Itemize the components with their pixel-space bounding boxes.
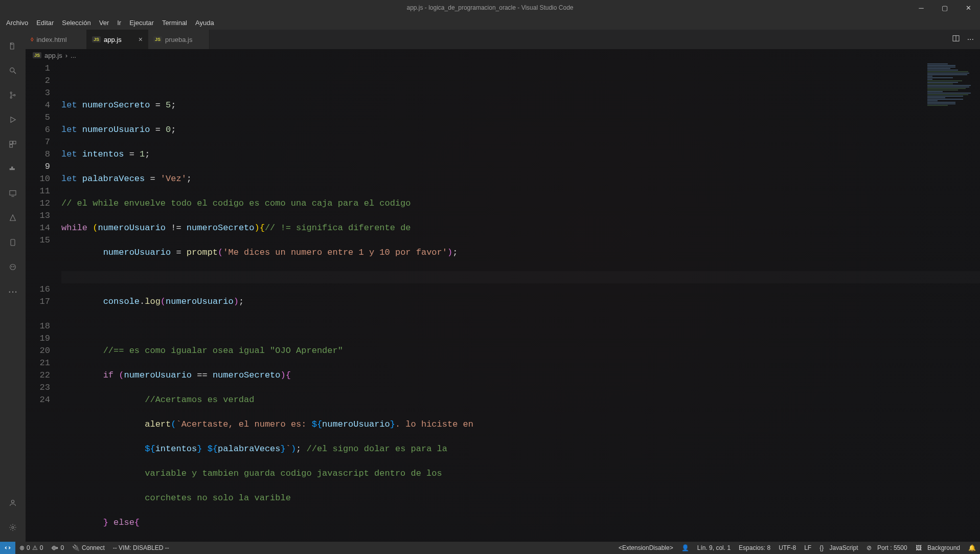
indentation[interactable]: Espacios: 8	[735, 542, 774, 554]
settings-icon[interactable]	[1, 515, 25, 540]
line-gutter: 1 2 3 4 5 6 7 8 9 10 11 12 13 14 15 16 1…	[26, 61, 61, 542]
encoding[interactable]: UTF-8	[774, 542, 800, 554]
more-actions-icon[interactable]: ···	[967, 35, 974, 44]
svg-rect-5	[10, 141, 12, 144]
menu-ir[interactable]: Ir	[113, 17, 125, 29]
notifications-icon[interactable]: 🔔	[964, 542, 980, 554]
tabs-container: ◊ index.html JS app.js × JS prueba.js ··…	[26, 30, 980, 49]
more-icon[interactable]: ···	[1, 279, 25, 304]
bookmark-icon[interactable]	[1, 230, 25, 255]
activity-bar: ···	[0, 30, 26, 542]
tab-label: app.js	[104, 36, 122, 43]
svg-point-3	[10, 97, 12, 98]
ports-button[interactable]: ⟴0	[47, 542, 68, 554]
tab-index-html[interactable]: ◊ index.html	[26, 30, 87, 49]
tab-label: prueba.js	[165, 36, 192, 43]
svg-point-16	[11, 267, 12, 268]
titlebar: app.js - logica_de_programacion_oracle -…	[0, 0, 980, 15]
extensions-icon[interactable]	[1, 132, 25, 157]
menubar: Archivo Editar Selección Ver Ir Ejecutar…	[0, 15, 980, 30]
svg-point-17	[13, 267, 14, 268]
svg-rect-10	[13, 168, 15, 170]
code-editor[interactable]: 1 2 3 4 5 6 7 8 9 10 11 12 13 14 15 16 1…	[26, 61, 980, 542]
docker-icon[interactable]	[1, 157, 25, 181]
live-share-icon[interactable]: 👤	[677, 542, 693, 554]
source-control-icon[interactable]	[1, 83, 25, 107]
svg-point-19	[12, 526, 14, 528]
html-icon: ◊	[31, 36, 33, 42]
tab-app-js[interactable]: JS app.js ×	[87, 30, 148, 49]
minimize-button[interactable]: ─	[909, 0, 933, 15]
svg-rect-9	[11, 168, 13, 170]
svg-rect-12	[10, 191, 16, 195]
background-button[interactable]: 🖼 Background	[911, 542, 964, 554]
connect-button[interactable]: 🔌Connect	[68, 542, 109, 554]
close-button[interactable]: ✕	[956, 0, 980, 15]
svg-line-1	[14, 72, 16, 74]
breadcrumb-more: ...	[71, 52, 76, 59]
svg-rect-7	[10, 145, 12, 147]
svg-rect-6	[13, 141, 16, 144]
split-editor-icon[interactable]	[952, 34, 960, 45]
window-title: app.js - logica_de_programacion_oracle -…	[407, 4, 574, 11]
svg-point-4	[14, 94, 15, 96]
live-server-port[interactable]: ⊘ Port : 5500	[862, 542, 911, 554]
copilot-icon[interactable]	[1, 255, 25, 279]
problems-button[interactable]: ⊗0 ⚠0	[15, 542, 47, 554]
statusbar: ⊗0 ⚠0 ⟴0 🔌Connect -- VIM: DISABLED -- <E…	[0, 542, 980, 554]
image-icon: 🖼	[916, 544, 922, 551]
menu-seleccion[interactable]: Selección	[58, 17, 95, 29]
account-icon[interactable]	[1, 491, 25, 515]
explorer-icon[interactable]	[1, 34, 25, 58]
close-icon[interactable]: ×	[139, 35, 143, 43]
plug-icon: 🔌	[72, 544, 80, 551]
remote-button[interactable]	[0, 542, 15, 554]
svg-point-15	[10, 264, 16, 270]
menu-archivo[interactable]: Archivo	[2, 17, 32, 29]
eol[interactable]: LF	[800, 542, 815, 554]
svg-rect-14	[11, 239, 15, 246]
code-content[interactable]: let numeroSecreto = 5; let numeroUsuario…	[61, 61, 980, 542]
menu-terminal[interactable]: Terminal	[158, 17, 191, 29]
breadcrumb[interactable]: JS app.js › ...	[26, 49, 980, 61]
js-icon: JS	[153, 36, 162, 42]
js-icon: JS	[92, 36, 101, 42]
language-mode[interactable]: {} JavaScript	[815, 542, 862, 554]
breadcrumb-file: app.js	[44, 52, 62, 59]
vim-status[interactable]: -- VIM: DISABLED --	[109, 542, 173, 554]
js-icon: JS	[33, 52, 41, 58]
menu-ver[interactable]: Ver	[95, 17, 113, 29]
tab-prueba-js[interactable]: JS prueba.js	[148, 30, 210, 49]
tab-label: index.html	[36, 36, 66, 43]
svg-point-2	[10, 92, 12, 94]
svg-point-18	[11, 500, 14, 503]
breadcrumb-sep: ›	[65, 52, 67, 59]
azure-icon[interactable]	[1, 206, 25, 230]
remote-explorer-icon[interactable]	[1, 181, 25, 206]
menu-ejecutar[interactable]: Ejecutar	[125, 17, 158, 29]
menu-ayuda[interactable]: Ayuda	[191, 17, 218, 29]
svg-rect-11	[11, 167, 13, 168]
svg-point-0	[10, 68, 14, 72]
warning-icon: ⚠	[32, 544, 38, 551]
search-icon[interactable]	[1, 58, 25, 83]
run-debug-icon[interactable]	[1, 107, 25, 132]
radio-icon: ⟴	[51, 544, 58, 551]
maximize-button[interactable]: ▢	[933, 0, 956, 15]
menu-editar[interactable]: Editar	[32, 17, 58, 29]
svg-rect-8	[10, 168, 11, 170]
error-icon: ⊗	[19, 544, 25, 551]
extension-disable[interactable]: <ExtensionDisable>	[614, 542, 677, 554]
cursor-position[interactable]: Lín. 9, col. 1	[693, 542, 735, 554]
editor-area: ◊ index.html JS app.js × JS prueba.js ··…	[26, 30, 980, 542]
